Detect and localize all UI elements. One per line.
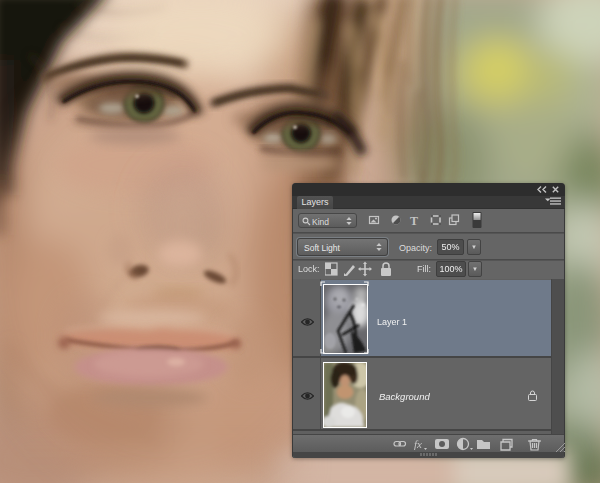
svg-text:T: T [410, 214, 418, 228]
svg-text:fx: fx [414, 438, 422, 450]
